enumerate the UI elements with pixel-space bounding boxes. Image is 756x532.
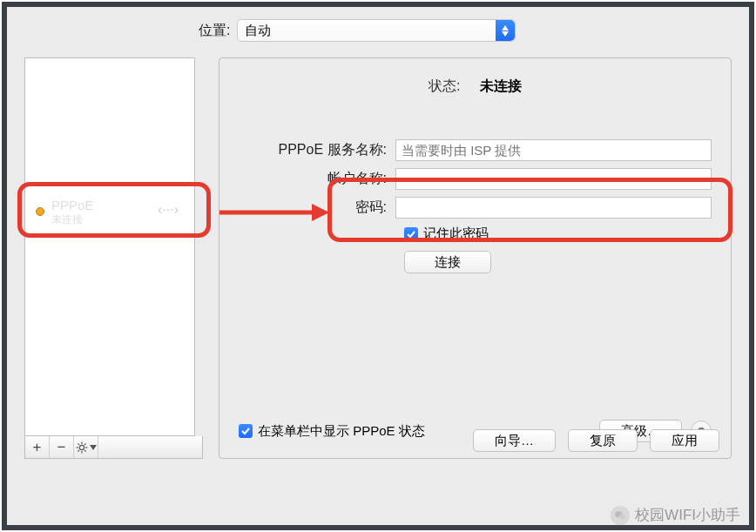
svg-line-11 — [84, 443, 85, 445]
status-value: 未连接 — [480, 78, 522, 93]
service-name-label: PPPoE 服务名称: — [239, 141, 395, 159]
pppoe-icon: ‹···› — [158, 201, 182, 222]
svg-marker-12 — [90, 445, 97, 450]
sidebar-item-pppoe[interactable]: PPPoE 未连接 ‹···› — [30, 194, 189, 229]
remove-service-button[interactable]: − — [50, 436, 74, 458]
svg-point-3 — [79, 445, 84, 449]
remember-password-label: 记住此密码 — [423, 226, 489, 242]
services-sidebar: PPPoE 未连接 ‹···› — [24, 57, 195, 436]
sidebar-item-title: PPPoE — [51, 198, 151, 213]
account-input[interactable] — [395, 168, 712, 190]
svg-marker-14 — [312, 204, 329, 221]
svg-text:‹···›: ‹···› — [158, 202, 179, 217]
actions-menu-button[interactable] — [74, 436, 98, 458]
status-row: 状态: 未连接 — [239, 77, 712, 96]
service-name-input[interactable] — [395, 139, 712, 161]
location-value: 自动 — [245, 23, 271, 39]
select-arrows-icon — [496, 20, 515, 41]
show-in-menubar-checkbox[interactable] — [239, 424, 253, 438]
svg-marker-0 — [502, 25, 509, 30]
add-service-button[interactable]: + — [25, 436, 50, 458]
svg-line-9 — [84, 449, 85, 451]
svg-line-10 — [78, 449, 79, 451]
apply-button[interactable]: 应用 — [650, 429, 719, 452]
account-label: 帐户名称: — [239, 170, 395, 188]
svg-line-8 — [78, 443, 79, 445]
sidebar-item-subtitle: 未连接 — [51, 213, 151, 226]
annotation-arrow-icon — [218, 202, 329, 223]
check-icon — [241, 427, 250, 435]
location-row: 位置: 自动 — [199, 19, 732, 42]
gear-icon — [76, 441, 88, 454]
show-in-menubar-label: 在菜单栏中显示 PPPoE 状态 — [258, 423, 425, 440]
sidebar-toolbar: + − — [24, 436, 203, 459]
password-input[interactable] — [395, 197, 712, 219]
location-label: 位置: — [199, 22, 230, 40]
status-label: 状态: — [429, 78, 460, 93]
remember-password-checkbox[interactable] — [404, 227, 418, 241]
svg-marker-1 — [502, 31, 509, 37]
location-select[interactable]: 自动 — [237, 19, 516, 42]
status-dot-icon — [36, 207, 44, 216]
detail-panel: 状态: 未连接 PPPoE 服务名称: 帐户名称: 密码: — [219, 57, 732, 459]
wizard-button[interactable]: 向导… — [473, 429, 556, 452]
check-icon — [407, 230, 415, 239]
connect-button[interactable]: 连接 — [404, 251, 491, 273]
revert-button[interactable]: 复原 — [568, 429, 638, 452]
chevron-down-icon — [90, 445, 97, 450]
